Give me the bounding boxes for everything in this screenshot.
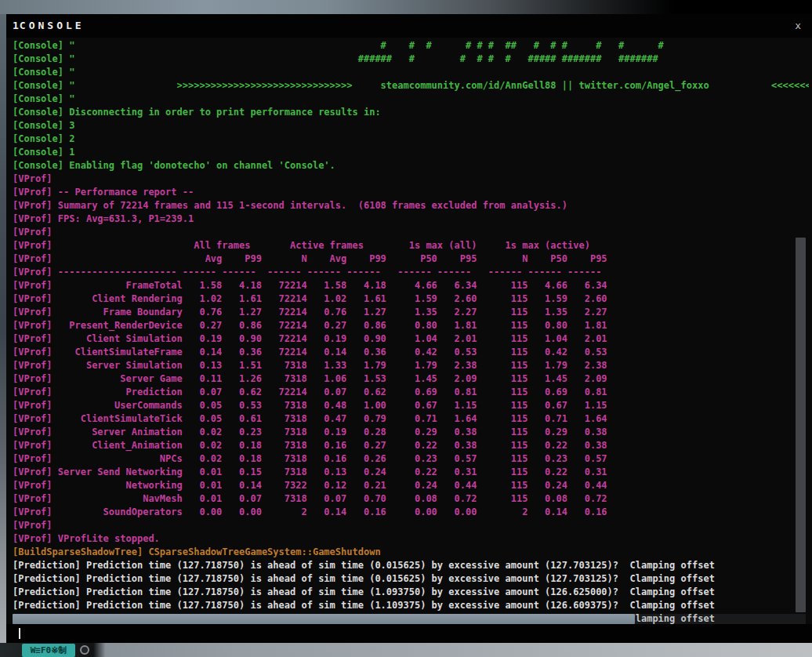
vertical-scrollbar-thumb[interactable] xyxy=(796,238,806,612)
console-line: [VProf] -- Performance report -- xyxy=(13,186,809,199)
console-line: [VProf] --------------------- ------ ---… xyxy=(13,266,809,279)
console-line: [VProf] Summary of 72214 frames and 115 … xyxy=(13,199,809,212)
screen: W≡F0※制 1CONSOLE x [Console] " # # # # # … xyxy=(0,0,812,657)
console-output[interactable]: [Console] " # # # # # # ## # # # # # #[C… xyxy=(13,39,809,626)
console-title-bar: 1CONSOLE x xyxy=(6,14,812,38)
console-line: [Console] " xyxy=(13,93,809,106)
console-line: [VProf] ClientSimulateFrame 0.14 0.36 72… xyxy=(13,346,809,359)
console-line: [VProf] Client_Animation 0.02 0.18 7318 … xyxy=(13,439,809,452)
console-window: 1CONSOLE x [Console] " # # # # # # ## # … xyxy=(6,14,812,643)
game-background-top xyxy=(0,0,812,14)
game-background-left xyxy=(0,14,6,643)
console-line: [Prediction] Prediction time (127.718750… xyxy=(13,559,809,572)
game-background-bottom: W≡F0※制 xyxy=(0,643,812,657)
console-input[interactable] xyxy=(6,624,812,643)
console-line: [VProf] Server Game 0.11 1.26 7318 1.06 … xyxy=(13,372,809,386)
console-line: [VProf] NPCs 0.02 0.18 7318 0.16 0.26 0.… xyxy=(13,452,809,466)
title-text: CONSOLE xyxy=(20,20,85,31)
console-line: [VProf] Server Send Networking 0.01 0.15… xyxy=(13,466,809,479)
console-line: [VProf] ClientSimulateTick 0.05 0.61 731… xyxy=(13,412,809,426)
console-line: [VProf] xyxy=(13,172,809,186)
console-line: [VProf] Server Simulation 0.13 1.51 7318… xyxy=(13,359,809,372)
console-line: [VProf] UserCommands 0.05 0.53 7318 0.48… xyxy=(13,399,809,412)
console-line: [Console] " # # # # # # ## # # # # # # xyxy=(13,39,809,53)
console-line: [Console] " ###### # # # # # ##### #####… xyxy=(13,53,809,66)
console-line: [Prediction] Prediction time (127.718750… xyxy=(13,572,809,586)
taskbar-badge-label: W≡F0※制 xyxy=(31,644,67,656)
window-title: 1CONSOLE xyxy=(13,20,85,31)
console-line: [Prediction] Prediction time (127.718750… xyxy=(13,599,809,612)
hud-ring-icon xyxy=(80,645,89,655)
horizontal-scrollbar-thumb[interactable] xyxy=(13,614,635,624)
console-line: [BuildSparseShadowTree] CSparseShadowTre… xyxy=(13,546,809,559)
console-line: [Console] " xyxy=(13,66,809,79)
console-line: [Console] 3 xyxy=(13,119,809,132)
console-line: [Console] " >>>>>>>>>>>>>>>>>>>>>>>>>>>>… xyxy=(13,79,809,93)
console-line: [VProf] VProfLite stopped. xyxy=(13,532,809,546)
console-line: [VProf] Client Simulation 0.19 0.90 7221… xyxy=(13,332,809,346)
console-line: [VProf] SoundOperators 0.00 0.00 2 0.14 … xyxy=(13,506,809,519)
console-line: [VProf] Frame Boundary 0.76 1.27 72214 0… xyxy=(13,306,809,319)
console-line: [VProf] Networking 0.01 0.14 7322 0.12 0… xyxy=(13,479,809,492)
console-line: [VProf] Server Animation 0.02 0.23 7318 … xyxy=(13,426,809,439)
taskbar-badge: W≡F0※制 xyxy=(22,644,75,657)
console-line: [VProf] Avg P99 N Avg P99 P50 P95 N P50 … xyxy=(13,252,809,266)
title-prefix: 1 xyxy=(13,20,20,31)
close-button[interactable]: x xyxy=(795,20,801,31)
console-line: [Console] 2 xyxy=(13,132,809,146)
console-line: [Console] Disconnecting in order to prin… xyxy=(13,106,809,119)
console-line: [VProf] NavMesh 0.01 0.07 7318 0.07 0.70… xyxy=(13,492,809,506)
console-line: [Prediction] Prediction time (127.718750… xyxy=(13,586,809,599)
console-line: [VProf] xyxy=(13,519,809,532)
text-caret xyxy=(19,628,20,639)
horizontal-scrollbar[interactable] xyxy=(13,614,806,624)
console-line: [VProf] All frames Active frames 1s max … xyxy=(13,239,809,252)
console-line: [VProf] Present_RenderDevice 0.27 0.86 7… xyxy=(13,319,809,332)
console-line: [VProf] xyxy=(13,226,809,239)
console-line: [VProf] Prediction 0.07 0.62 72214 0.07 … xyxy=(13,386,809,399)
console-line: [Console] Enabling flag 'donotecho' on c… xyxy=(13,159,809,172)
console-line: [VProf] FrameTotal 1.58 4.18 72214 1.58 … xyxy=(13,279,809,292)
console-line: [VProf] FPS: Avg=631.3, P1=239.1 xyxy=(13,212,809,226)
console-line: [VProf] Client Rendering 1.02 1.61 72214… xyxy=(13,292,809,306)
console-line: [Console] 1 xyxy=(13,146,809,159)
